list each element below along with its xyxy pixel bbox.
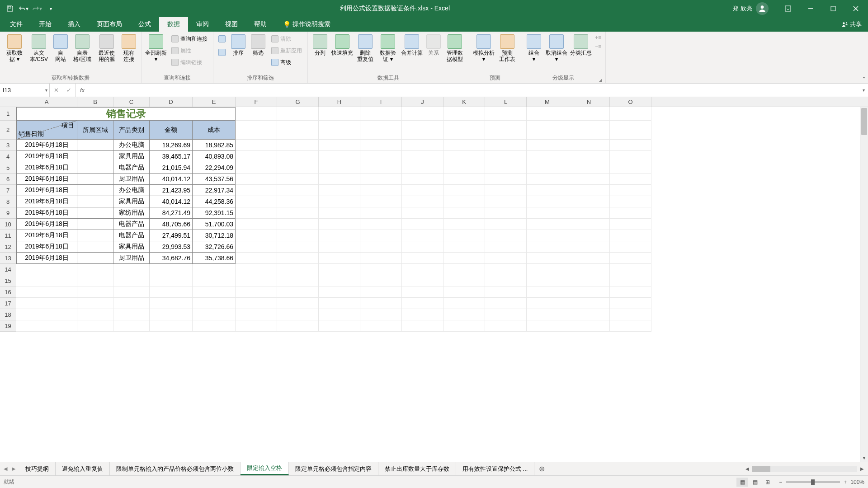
cell[interactable] [443, 320, 485, 332]
queries-connections-button[interactable]: 查询和连接 [169, 33, 210, 44]
cell[interactable]: 电器产品 [113, 219, 150, 230]
consolidate-button[interactable]: 合并计算 [400, 33, 424, 57]
cell[interactable] [236, 107, 277, 121]
cell[interactable] [402, 140, 443, 151]
cell[interactable] [360, 121, 402, 140]
cell[interactable]: 21,015.94 [150, 162, 193, 174]
cell[interactable] [485, 207, 527, 219]
cell[interactable] [485, 151, 527, 162]
sheet-nav-prev-icon[interactable]: ◀ [4, 466, 7, 472]
cell[interactable] [568, 151, 610, 162]
cell[interactable] [527, 174, 568, 185]
cell[interactable] [610, 121, 651, 140]
title-cell[interactable]: 销售记录 [16, 107, 236, 121]
cell[interactable]: 40,014.12 [150, 174, 193, 185]
cell[interactable] [319, 196, 360, 207]
column-header[interactable]: H [319, 97, 360, 107]
cell[interactable] [402, 275, 443, 286]
cell[interactable] [485, 241, 527, 253]
cell[interactable] [527, 107, 568, 121]
cell[interactable] [568, 241, 610, 253]
cell[interactable] [193, 286, 236, 298]
cell[interactable]: 办公电脑 [113, 185, 150, 196]
clear-filter-button[interactable]: 清除 [269, 33, 305, 44]
cell[interactable] [360, 253, 402, 264]
cell[interactable] [193, 320, 236, 332]
row-header[interactable]: 8 [0, 196, 16, 207]
row-header[interactable]: 11 [0, 230, 16, 241]
page-break-view-button[interactable]: ⊞ [762, 478, 774, 487]
cell[interactable] [485, 185, 527, 196]
cell[interactable] [236, 162, 277, 174]
row-header[interactable]: 9 [0, 207, 16, 219]
cell[interactable] [319, 320, 360, 332]
cell[interactable]: 21,423.95 [150, 185, 193, 196]
tab-data[interactable]: 数据 [159, 17, 188, 32]
column-header[interactable]: C [113, 97, 150, 107]
cell[interactable] [527, 309, 568, 320]
cell[interactable]: 产品类别 [113, 121, 150, 140]
cell[interactable] [319, 219, 360, 230]
share-button[interactable]: 共享 [835, 17, 868, 32]
cell[interactable] [236, 253, 277, 264]
normal-view-button[interactable]: ▦ [736, 478, 748, 487]
cell[interactable] [360, 140, 402, 151]
cell[interactable] [610, 286, 651, 298]
cell[interactable]: 家具用品 [113, 196, 150, 207]
row-header[interactable]: 15 [0, 275, 16, 286]
cell[interactable]: 家具用品 [113, 151, 150, 162]
cell[interactable] [527, 162, 568, 174]
cell[interactable] [193, 264, 236, 275]
recent-sources-button[interactable]: 最近使 用的源 [95, 33, 118, 64]
cell[interactable] [77, 230, 113, 241]
cell[interactable] [443, 162, 485, 174]
cell[interactable] [360, 320, 402, 332]
cell[interactable] [236, 219, 277, 230]
cell[interactable] [319, 275, 360, 286]
zoom-in-button[interactable]: + [844, 479, 847, 485]
cell[interactable] [443, 253, 485, 264]
tab-help[interactable]: 帮助 [246, 17, 275, 32]
user-area[interactable]: 郑 欣亮 [733, 2, 769, 15]
cell[interactable] [16, 286, 77, 298]
cell[interactable] [402, 151, 443, 162]
cell[interactable] [443, 121, 485, 140]
tab-formulas[interactable]: 公式 [130, 17, 159, 32]
maximize-button[interactable] [823, 2, 844, 15]
cell[interactable] [277, 286, 319, 298]
cell[interactable] [319, 253, 360, 264]
cell[interactable] [319, 185, 360, 196]
user-avatar-icon[interactable] [756, 2, 769, 15]
cell[interactable] [610, 140, 651, 151]
cell[interactable] [319, 207, 360, 219]
cell[interactable] [568, 253, 610, 264]
cell[interactable] [319, 140, 360, 151]
cell[interactable] [443, 275, 485, 286]
cell[interactable] [16, 320, 77, 332]
cell[interactable] [360, 230, 402, 241]
cell[interactable]: 29,993.53 [150, 241, 193, 253]
cell[interactable] [16, 275, 77, 286]
cell[interactable]: 22,917.34 [193, 185, 236, 196]
column-header[interactable]: J [402, 97, 443, 107]
cell[interactable]: 2019年6月18日 [16, 151, 77, 162]
cell[interactable] [77, 151, 113, 162]
cell[interactable]: 34,682.76 [150, 253, 193, 264]
tab-home[interactable]: 开始 [31, 17, 60, 32]
column-header[interactable]: I [360, 97, 402, 107]
cell[interactable] [402, 298, 443, 309]
cell[interactable] [402, 107, 443, 121]
edit-links-button[interactable]: 编辑链接 [169, 57, 210, 68]
cell[interactable] [150, 275, 193, 286]
cell[interactable] [77, 196, 113, 207]
cell[interactable] [485, 140, 527, 151]
show-detail-icon[interactable]: +≡ [594, 33, 603, 42]
cell[interactable]: 厨卫用品 [113, 253, 150, 264]
group-button[interactable]: 组合 ▾ [524, 33, 544, 64]
cell[interactable] [236, 264, 277, 275]
cell[interactable] [360, 107, 402, 121]
cell[interactable] [402, 174, 443, 185]
cell[interactable] [610, 241, 651, 253]
tab-file[interactable]: 文件 [2, 17, 31, 32]
sheet-tab[interactable]: 技巧提纲 [19, 462, 56, 475]
